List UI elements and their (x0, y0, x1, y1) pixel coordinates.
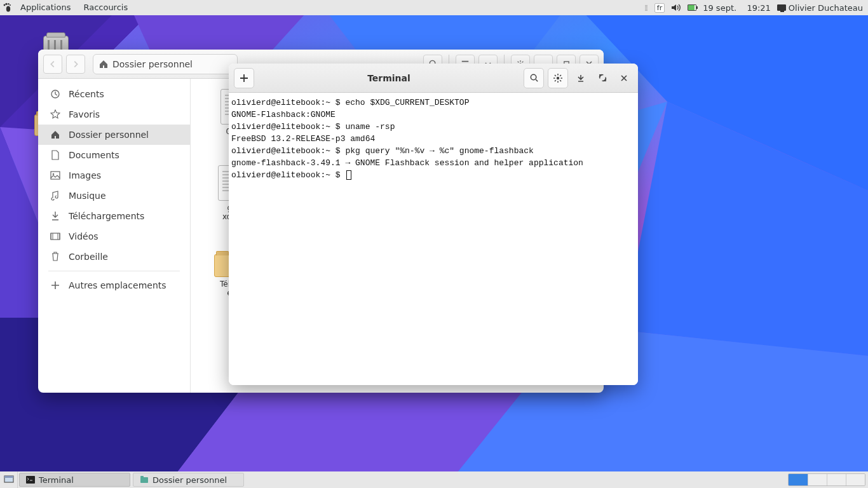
video-icon (50, 233, 61, 240)
terminal-cursor (346, 170, 351, 180)
svg-point-22 (4, 4, 6, 6)
close-icon (620, 74, 628, 82)
svg-rect-16 (51, 172, 60, 179)
username-label: Olivier Duchateau (789, 3, 863, 13)
sidebar-item-music[interactable]: Musique (38, 186, 190, 206)
time-label: 19:21 (747, 3, 770, 13)
svg-point-21 (6, 6, 10, 12)
sidebar-label: Documents (69, 150, 119, 160)
plus-icon (50, 281, 61, 290)
user-menu[interactable]: Olivier Duchateau (777, 3, 863, 13)
workspace-4[interactable] (846, 474, 865, 485)
terminal-output[interactable]: olivierd@elitebook:~ $ echo $XDG_CURRENT… (229, 93, 638, 385)
sidebar-item-favorites[interactable]: Favoris (38, 104, 190, 125)
taskbar-label: Terminal (39, 475, 74, 485)
sidebar-label: Dossier personnel (69, 130, 149, 140)
arrow-right-icon (71, 60, 80, 69)
home-icon (50, 130, 61, 140)
path-bar[interactable]: Dossier personnel (93, 54, 238, 74)
svg-point-19 (531, 74, 536, 79)
sidebar-item-recents[interactable]: Récents (38, 84, 190, 104)
svg-point-25 (10, 4, 11, 6)
music-icon (50, 191, 61, 201)
terminal-icon (26, 475, 35, 484)
terminal-title: Terminal (258, 73, 520, 83)
sidebar-label: Favoris (69, 109, 100, 119)
desktop-icon (4, 475, 14, 484)
workspace-2[interactable] (808, 474, 827, 485)
svg-point-17 (53, 173, 55, 175)
sidebar-label: Images (69, 170, 101, 180)
gear-icon (553, 73, 563, 83)
svg-rect-29 (140, 477, 148, 483)
battery-icon (688, 4, 696, 11)
sidebar-item-downloads[interactable]: Téléchargements (38, 206, 190, 226)
clock[interactable]: 19 sept. 19:21 (703, 3, 771, 13)
home-icon (98, 59, 109, 69)
sidebar-item-images[interactable]: Images (38, 165, 190, 186)
sidebar-label: Autres emplacements (69, 280, 166, 290)
terminal-minimize-button[interactable] (572, 68, 590, 88)
monitor-icon (777, 4, 786, 11)
terminal-maximize-button[interactable] (593, 68, 611, 88)
top-panel: Applications Raccourcis fr 19 sept. 19:2… (0, 0, 868, 15)
minimize-icon (576, 74, 585, 83)
workspace-switcher[interactable] (788, 473, 865, 486)
applications-menu[interactable]: Applications (14, 0, 77, 15)
images-icon (50, 171, 61, 180)
svg-rect-18 (51, 233, 60, 240)
download-icon (50, 211, 61, 221)
sidebar-label: Récents (69, 89, 104, 99)
workspace-1[interactable] (789, 474, 808, 485)
new-tab-button[interactable] (234, 68, 254, 88)
volume-indicator[interactable] (671, 3, 681, 12)
panel-handle[interactable] (644, 3, 648, 13)
sidebar-item-documents[interactable]: Documents (38, 145, 190, 165)
nav-back-button[interactable] (43, 55, 62, 74)
terminal-search-button[interactable] (524, 68, 544, 88)
sidebar-item-trash[interactable]: Corbeille (38, 247, 190, 267)
sidebar-item-other-locations[interactable]: Autres emplacements (38, 275, 190, 295)
sidebar-label: Téléchargements (69, 211, 144, 221)
terminal-headerbar: Terminal (229, 64, 638, 93)
date-label: 19 sept. (703, 3, 736, 13)
svg-rect-30 (140, 476, 144, 478)
document-icon (50, 150, 61, 160)
battery-indicator[interactable] (688, 4, 696, 11)
files-icon (140, 475, 149, 484)
sidebar-label: Vidéos (69, 231, 98, 241)
svg-point-24 (8, 3, 9, 4)
maximize-icon (599, 74, 607, 82)
taskbar-item-files[interactable]: Dossier personnel (133, 473, 244, 487)
shortcuts-menu[interactable]: Raccourcis (77, 0, 134, 15)
keyboard-layout-indicator[interactable]: fr (654, 3, 665, 13)
plus-icon (240, 74, 248, 83)
workspace-3[interactable] (827, 474, 846, 485)
trash-icon (50, 252, 61, 262)
separator (48, 271, 180, 271)
sidebar-label: Corbeille (69, 252, 108, 262)
show-desktop-button[interactable] (0, 471, 18, 488)
search-icon (529, 73, 539, 83)
path-label: Dossier personnel (112, 59, 193, 69)
file-manager-sidebar: Récents Favoris Dossier personnel Docume… (38, 79, 191, 393)
terminal-window: Terminal olivierd@elitebook:~ $ echo $XD… (229, 64, 638, 385)
arrow-left-icon (48, 60, 57, 69)
nav-forward-button[interactable] (66, 55, 85, 74)
clock-icon (50, 89, 61, 99)
bottom-panel: Terminal Dossier personnel (0, 471, 868, 488)
svg-point-20 (557, 76, 559, 79)
sidebar-item-home[interactable]: Dossier personnel (38, 125, 190, 145)
taskbar-item-terminal[interactable]: Terminal (19, 473, 130, 487)
sidebar-item-videos[interactable]: Vidéos (38, 226, 190, 247)
sidebar-label: Musique (69, 191, 106, 201)
taskbar-label: Dossier personnel (153, 475, 227, 485)
svg-point-23 (5, 3, 7, 5)
terminal-menu-button[interactable] (548, 68, 568, 88)
terminal-close-button[interactable] (615, 68, 633, 88)
svg-rect-27 (4, 476, 13, 478)
star-icon (50, 109, 61, 119)
gnome-foot-icon[interactable] (0, 0, 14, 15)
